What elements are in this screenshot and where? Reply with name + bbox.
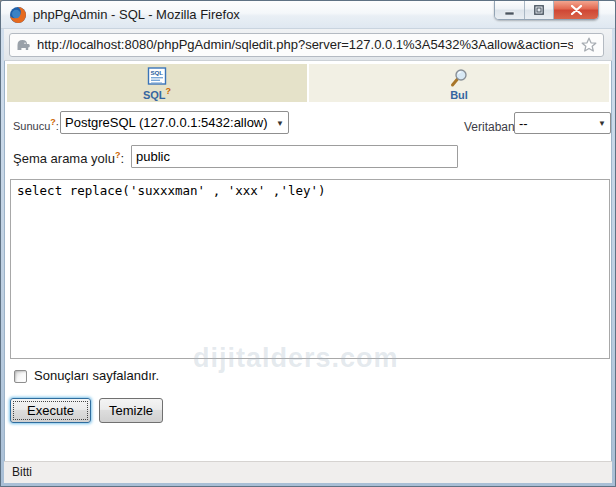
execute-button[interactable]: Execute: [10, 398, 91, 423]
status-text: Bitti: [12, 462, 32, 483]
sql-textarea[interactable]: select replace('suxxxman' , 'xxx' ,'ley'…: [10, 179, 610, 359]
window-title: phpPgAdmin - SQL - Mozilla Firefox: [33, 1, 240, 29]
tab-sql[interactable]: SQL SQL?: [7, 64, 307, 102]
tab-bar: SQL SQL? Bul: [7, 64, 609, 102]
clear-button[interactable]: Temizle: [99, 398, 163, 423]
server-label: Sunucu?:: [13, 117, 59, 132]
sql-document-icon: SQL: [147, 67, 167, 85]
paginate-checkbox[interactable]: [14, 370, 27, 383]
maximize-button[interactable]: [525, 1, 554, 19]
bookmark-star-icon[interactable]: [580, 36, 598, 54]
title-bar: phpPgAdmin - SQL - Mozilla Firefox: [1, 1, 615, 29]
url-text[interactable]: http://localhost:8080/phpPgAdmin/sqledit…: [37, 34, 573, 56]
database-select-arrow-icon: ▼: [598, 119, 606, 128]
magnifier-icon: [449, 68, 469, 88]
svg-text:SQL: SQL: [150, 69, 163, 76]
firefox-icon: [9, 6, 27, 24]
tab-bul[interactable]: Bul: [309, 64, 609, 102]
schema-label: Şema arama yolu?:: [13, 150, 124, 166]
server-select[interactable]: PostgreSQL (127.0.0.1:5432:allow) ▼: [60, 111, 289, 134]
status-bar: Bitti: [4, 461, 612, 483]
schema-input[interactable]: [131, 145, 458, 168]
database-label-text: Veritabanı: [464, 120, 518, 134]
postgresql-elephant-icon: [15, 37, 31, 53]
browser-window: phpPgAdmin - SQL - Mozilla Firefox http:…: [0, 0, 616, 487]
server-label-text: Sunucu: [13, 120, 50, 132]
tab-sql-text: SQL: [143, 89, 166, 101]
tab-bul-label: Bul: [450, 89, 468, 101]
server-select-value: PostgreSQL (127.0.0.1:5432:allow): [65, 115, 268, 130]
paginate-label: Sonuçları sayfalandır.: [34, 368, 159, 383]
sql-help-link[interactable]: ?: [166, 86, 172, 96]
schema-label-text: Şema arama yolu: [13, 151, 115, 166]
schema-label-colon: :: [120, 151, 124, 166]
page-content: SQL SQL? Bul Sunucu?: PostgreSQL (127.0.…: [4, 61, 612, 461]
server-select-arrow-icon: ▼: [276, 118, 284, 127]
close-button[interactable]: [554, 1, 598, 19]
navigation-bar: http://localhost:8080/phpPgAdmin/sqledit…: [4, 29, 612, 61]
window-controls: [494, 1, 599, 20]
minimize-button[interactable]: [495, 1, 525, 19]
url-field[interactable]: http://localhost:8080/phpPgAdmin/sqledit…: [9, 33, 604, 57]
tab-sql-label: SQL?: [143, 86, 171, 101]
database-select-value: --: [519, 116, 528, 131]
database-select[interactable]: -- ▼: [514, 112, 611, 134]
server-label-colon: :: [56, 120, 59, 132]
